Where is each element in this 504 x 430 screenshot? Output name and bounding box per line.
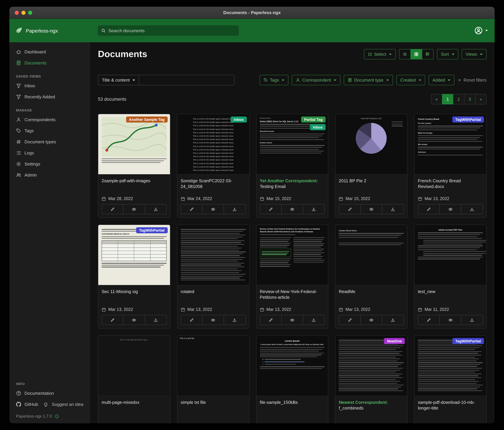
- document-card[interactable]: Contact Sheet DemoReadMeMar 13, 2022: [335, 224, 408, 329]
- document-thumbnail[interactable]: Release NotesSimba ODBC Driver for SQL S…: [256, 114, 328, 175]
- document-card[interactable]: This is a multi page document. Page 1.mu…: [98, 335, 170, 423]
- close-button[interactable]: [15, 10, 19, 15]
- download-button[interactable]: [145, 315, 167, 325]
- detail-view-button[interactable]: [422, 49, 433, 59]
- document-card[interactable]: rotatedMar 13, 2022: [177, 224, 250, 329]
- document-thumbnail[interactable]: Another Sample Tag: [98, 114, 170, 175]
- download-button[interactable]: [382, 204, 404, 214]
- reset-filters-button[interactable]: Reset filters: [458, 77, 486, 83]
- view-button[interactable]: [360, 204, 382, 214]
- edit-button[interactable]: [260, 315, 282, 325]
- sort-dropdown[interactable]: Sort: [437, 49, 458, 59]
- pagination-page-1[interactable]: 1: [442, 94, 453, 104]
- tag-badge[interactable]: Inbox: [231, 116, 247, 122]
- sidebar-item-settings[interactable]: Settings: [9, 159, 90, 169]
- sidebar-item-documentation[interactable]: Documentation: [9, 388, 90, 399]
- edit-button[interactable]: [418, 315, 440, 325]
- view-button[interactable]: [281, 204, 303, 214]
- pagination-page-3[interactable]: 3: [464, 94, 476, 104]
- tag-badge[interactable]: TagWithPartial: [452, 116, 484, 122]
- document-card[interactable]: This is a test file.simple txt file: [177, 335, 250, 423]
- view-button[interactable]: [202, 204, 224, 214]
- view-button[interactable]: [123, 204, 145, 214]
- pagination-next[interactable]: »: [475, 94, 486, 104]
- sidebar-item-github[interactable]: GitHub: [9, 399, 41, 410]
- document-type-filter-dropdown[interactable]: Document type: [344, 75, 393, 85]
- sidebar-item-document-types[interactable]: Document types: [9, 136, 90, 147]
- info-icon[interactable]: [54, 414, 59, 418]
- views-dropdown[interactable]: Views: [462, 49, 486, 59]
- download-button[interactable]: [224, 204, 246, 214]
- view-button[interactable]: [440, 315, 461, 325]
- document-card[interactable]: Release NotesSimba ODBC Driver for SQL S…: [256, 114, 328, 218]
- sidebar-item-tags[interactable]: Tags: [9, 125, 90, 136]
- sidebar-item-inbox[interactable]: Inbox: [9, 80, 90, 91]
- view-button[interactable]: [123, 315, 145, 325]
- added-filter-dropdown[interactable]: Added: [429, 75, 455, 85]
- download-button[interactable]: [303, 204, 325, 214]
- brand[interactable]: Paperless-ngx: [9, 27, 92, 34]
- document-title[interactable]: Sonstige ScanPC2022 03-24_081058: [177, 175, 249, 189]
- select-dropdown[interactable]: Select: [364, 49, 396, 59]
- document-thumbnail[interactable]: NewOne: [335, 336, 407, 396]
- document-title[interactable]: rotated: [177, 285, 249, 294]
- document-title[interactable]: Review-of-New-York-Federal-Petitions-art…: [256, 285, 328, 300]
- document-thumbnail[interactable]: Lorem ipsumLorem ipsum dolor sit amet, c…: [256, 336, 328, 396]
- edit-button[interactable]: [181, 315, 203, 325]
- list-view-button[interactable]: [399, 49, 411, 59]
- document-title[interactable]: Newest Correspondent: f_combineds: [335, 396, 407, 411]
- grid-view-button[interactable]: [410, 49, 422, 59]
- tags-filter-dropdown[interactable]: Tags: [259, 75, 288, 85]
- tag-badge[interactable]: TagWithPartial: [452, 338, 484, 344]
- document-title[interactable]: ReadMe: [335, 285, 407, 294]
- edit-button[interactable]: [102, 315, 124, 325]
- user-menu[interactable]: [475, 27, 495, 35]
- document-card[interactable]: French Country BreadFor the Leaven:Make …: [414, 114, 486, 218]
- document-card[interactable]: NewOneNewest Correspondent: f_combineds: [335, 335, 408, 423]
- correspondent-link[interactable]: Newest Correspondent:: [339, 400, 388, 405]
- document-card[interactable]: Review of New York Federal Petitions for…: [256, 224, 328, 329]
- created-filter-dropdown[interactable]: Created: [396, 75, 425, 85]
- sidebar-item-dashboard[interactable]: Dashboard: [9, 46, 90, 57]
- document-card[interactable]: CONTINUING MEDICAL EDUCATagWithPartialSe…: [98, 224, 170, 329]
- document-card[interactable]: TagWithPartialsample-pdf-download-10-mb-…: [414, 335, 486, 423]
- document-title[interactable]: 2011 BP Pie 2: [335, 175, 407, 184]
- document-thumbnail[interactable]: Contact Sheet Demo: [335, 225, 407, 285]
- document-thumbnail[interactable]: This is a test for the double space char…: [177, 114, 249, 175]
- tag-badge[interactable]: Partial Tag: [301, 116, 326, 122]
- sidebar-item-logs[interactable]: Logs: [9, 147, 90, 159]
- document-thumbnail[interactable]: CONTINUING MEDICAL EDUCATagWithPartial: [98, 225, 170, 285]
- sidebar-item-correspondents[interactable]: Correspondents: [9, 114, 90, 125]
- document-thumbnail[interactable]: Patient BP Distribution 2011: [335, 114, 407, 175]
- sidebar-item-suggest-an-idea[interactable]: Suggest an idea: [41, 399, 90, 410]
- search-input[interactable]: [108, 28, 235, 33]
- edit-button[interactable]: [260, 204, 282, 214]
- document-card[interactable]: Another Sample Tag2sample-pdf-with-image…: [98, 114, 170, 218]
- edit-button[interactable]: [181, 204, 203, 214]
- edit-button[interactable]: [102, 204, 124, 214]
- download-button[interactable]: [461, 204, 483, 214]
- correspondent-filter-dropdown[interactable]: Correspondent: [292, 75, 340, 85]
- document-card[interactable]: Adobe Acrobat PDF Filestest_newMar 11, 2…: [414, 224, 486, 329]
- view-button[interactable]: [360, 315, 382, 325]
- tag-badge[interactable]: TagWithPartial: [136, 227, 168, 233]
- document-card[interactable]: Lorem ipsumLorem ipsum dolor sit amet, c…: [256, 335, 328, 423]
- document-thumbnail[interactable]: TagWithPartial: [414, 336, 486, 396]
- download-button[interactable]: [382, 315, 404, 325]
- document-title[interactable]: French Country Bread Revised.docx: [414, 175, 486, 189]
- filter-text-input[interactable]: [139, 75, 234, 85]
- sidebar-item-recently-added[interactable]: Recently Added: [9, 91, 90, 102]
- document-title[interactable]: sample-pdf-download-10-mb-longer-title: [414, 396, 486, 411]
- document-title[interactable]: simple txt file: [177, 396, 249, 405]
- correspondent-link[interactable]: Yet Another Correspondent:: [260, 178, 318, 183]
- document-thumbnail[interactable]: Adobe Acrobat PDF Files: [414, 225, 486, 285]
- view-button[interactable]: [440, 204, 461, 214]
- document-card[interactable]: Patient BP Distribution 20112011 BP Pie …: [335, 114, 408, 218]
- view-button[interactable]: [202, 315, 224, 325]
- edit-button[interactable]: [339, 315, 361, 325]
- document-thumbnail[interactable]: This is a test file.: [177, 336, 249, 396]
- document-title[interactable]: Sec 11-Missing sig: [98, 285, 170, 294]
- pagination-prev[interactable]: «: [431, 94, 442, 104]
- document-title[interactable]: multi-page-mixedxx: [98, 396, 170, 405]
- document-thumbnail[interactable]: Review of New York Federal Petitions for…: [256, 225, 328, 285]
